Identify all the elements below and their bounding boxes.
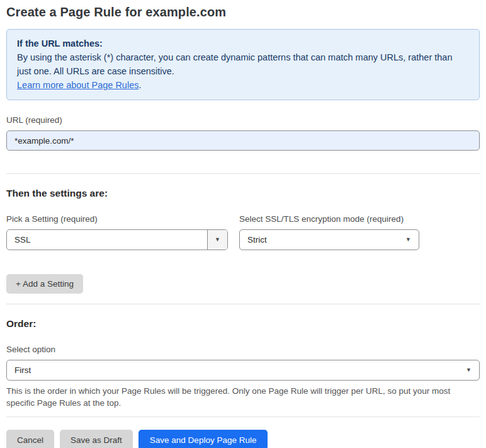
dropdown-arrow-icon: ▼ (215, 237, 220, 243)
form-actions: Cancel Save as Draft Save and Deploy Pag… (6, 430, 480, 448)
order-select[interactable]: First ▼ (6, 360, 480, 381)
setting-picker-label: Pick a Setting (required) (6, 214, 228, 224)
setting-picker-arrow-button[interactable]: ▼ (207, 230, 227, 250)
cancel-button[interactable]: Cancel (6, 430, 54, 448)
mode-picker-label: Select SSL/TLS encryption mode (required… (239, 214, 419, 224)
add-setting-button[interactable]: + Add a Setting (6, 274, 83, 294)
order-select-arrow: ▼ (466, 367, 479, 373)
mode-picker-arrow: ▼ (405, 237, 419, 243)
mode-picker-value: Strict (240, 235, 405, 244)
learn-more-link[interactable]: Learn more about Page Rules (17, 80, 138, 90)
dropdown-arrow-icon: ▼ (405, 237, 411, 243)
page-rule-form: Create a Page Rule for example.com If th… (0, 0, 486, 448)
url-section: URL (required) (6, 115, 480, 151)
page-title: Create a Page Rule for example.com (6, 5, 480, 20)
link-suffix: . (138, 80, 141, 90)
url-label: URL (required) (6, 115, 480, 125)
order-heading: Order: (6, 318, 480, 330)
mode-picker-select[interactable]: Strict ▼ (239, 229, 419, 250)
divider (6, 173, 480, 174)
url-match-info-box: If the URL matches: By using the asteris… (6, 29, 480, 100)
divider (6, 416, 480, 417)
info-box-body: By using the asterisk (*) character, you… (17, 50, 469, 78)
settings-heading: Then the settings are: (6, 188, 480, 199)
save-as-draft-button[interactable]: Save as Draft (60, 430, 133, 448)
divider (6, 304, 480, 304)
dropdown-arrow-icon: ▼ (466, 367, 472, 373)
setting-picker-select[interactable]: SSL ▼ (6, 229, 228, 250)
url-input[interactable] (6, 130, 480, 151)
settings-row: Pick a Setting (required) SSL ▼ Select S… (6, 214, 480, 250)
mode-picker-column: Select SSL/TLS encryption mode (required… (239, 214, 419, 250)
save-and-deploy-button[interactable]: Save and Deploy Page Rule (138, 430, 268, 448)
setting-picker-column: Pick a Setting (required) SSL ▼ (6, 214, 228, 250)
order-select-value: First (7, 365, 466, 375)
info-box-heading: If the URL matches: (17, 37, 469, 50)
setting-picker-value: SSL (7, 235, 207, 244)
info-box-link-line: Learn more about Page Rules. (17, 78, 469, 92)
order-help-text: This is the order in which your Page Rul… (6, 385, 477, 409)
order-select-label: Select option (6, 345, 480, 354)
